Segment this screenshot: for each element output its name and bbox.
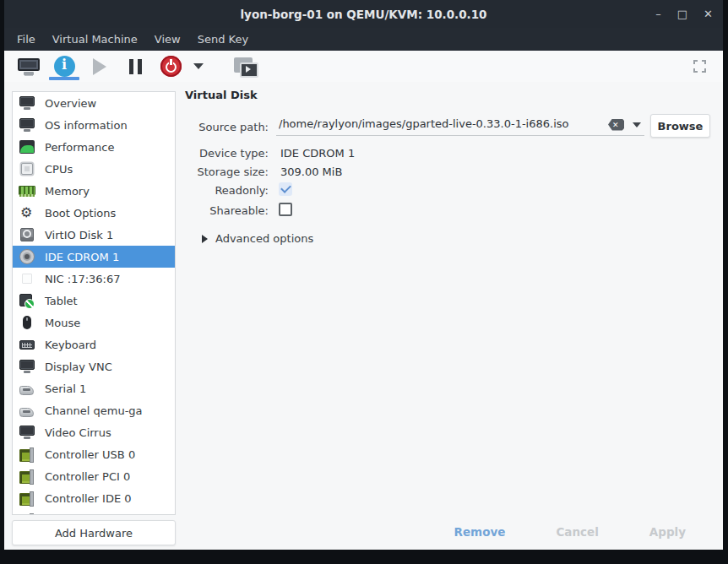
sidebar-item-label: Controller PCI 0 [45, 470, 130, 483]
shut-down-menu-button[interactable] [188, 51, 209, 82]
sidebar-item-label: Keyboard [45, 339, 96, 351]
mouse-icon [19, 314, 35, 331]
toolbar [4, 51, 723, 82]
pause-icon [128, 59, 143, 74]
sidebar-item-ide-cdrom-1[interactable]: IDE CDROM 1 [13, 246, 175, 268]
serial-icon [19, 402, 35, 419]
readonly-label: Readonly: [185, 184, 269, 197]
sidebar-item-item[interactable] [13, 509, 175, 515]
run-button[interactable] [82, 51, 117, 82]
cpu-icon [19, 160, 35, 177]
sidebar-item-serial-1[interactable]: Serial 1 [13, 377, 175, 399]
close-button[interactable]: ✕ [704, 8, 713, 19]
sidebar-item-video-cirrus[interactable]: Video Cirrus [13, 421, 175, 443]
monitor-icon [19, 117, 35, 133]
pause-button[interactable] [117, 51, 153, 82]
remove-button[interactable]: Remove [451, 523, 509, 540]
pci-card-icon [19, 468, 35, 485]
sidebar-item-label: Tablet [45, 295, 78, 307]
sidebar-item-label: CPUs [45, 163, 73, 176]
hardware-list: OverviewOS informationPerformanceCPUsMem… [12, 91, 176, 515]
sidebar-item-channel-qemu-ga[interactable]: Channel qemu-ga [13, 399, 175, 421]
caret-down-icon [193, 63, 204, 69]
menu-view[interactable]: View [149, 30, 186, 48]
shareable-checkbox[interactable] [279, 203, 292, 216]
monitor-icon [19, 424, 35, 441]
sidebar-item-label: Controller USB 0 [45, 448, 135, 461]
maximize-button[interactable]: □ [677, 8, 687, 19]
advanced-options-expander[interactable]: Advanced options [202, 232, 313, 245]
sidebar-item-overview[interactable]: Overview [13, 92, 175, 114]
vm-details-window: lyon-borg-01 on QEMU/KVM: 10.0.0.10 –□✕ … [4, 0, 723, 550]
sidebar-item-label: OS information [45, 119, 128, 132]
sidebar-item-label: Display VNC [45, 361, 112, 373]
sidebar-item-label: Video Cirrus [45, 426, 111, 439]
menubar: FileVirtual MachineViewSend Key [4, 28, 723, 51]
page-title: Virtual Disk [185, 89, 258, 101]
sidebar-item-controller-ide-0[interactable]: Controller IDE 0 [13, 487, 175, 509]
sidebar-item-controller-usb-0[interactable]: Controller USB 0 [13, 443, 175, 465]
sidebar-item-label: VirtIO Disk 1 [45, 229, 113, 241]
cancel-button[interactable]: Cancel [552, 523, 601, 540]
sidebar-item-performance[interactable]: Performance [13, 136, 175, 158]
sidebar-item-os-information[interactable]: OS information [13, 114, 175, 136]
sidebar-item-label: Memory [45, 185, 90, 198]
sidebar-item-keyboard[interactable]: Keyboard [13, 334, 175, 355]
dual-monitor-icon [233, 57, 257, 77]
sidebar-item-label: NIC :17:36:67 [45, 273, 121, 285]
show-details-button[interactable] [46, 51, 82, 82]
window-controls: –□✕ [655, 0, 713, 28]
monitor-icon [19, 358, 35, 375]
show-graphical-console-button[interactable] [11, 51, 46, 82]
menu-file[interactable]: File [12, 30, 41, 48]
shareable-label: Shareable: [185, 204, 269, 217]
readonly-checkbox [279, 182, 292, 196]
gear-icon [19, 204, 35, 221]
browse-button[interactable]: Browse [650, 114, 710, 138]
fullscreen-button[interactable] [687, 60, 711, 73]
sidebar-item-nic-17-36-67[interactable]: NIC :17:36:67 [13, 268, 175, 290]
menu-send-key[interactable]: Send Key [193, 30, 253, 48]
entry-dropdown-icon[interactable] [633, 122, 641, 127]
device-type-label: Device type: [185, 147, 269, 160]
sidebar-item-label: Mouse [45, 317, 80, 329]
monitor-tb-icon [17, 57, 41, 77]
monitor-icon [19, 95, 35, 111]
sidebar-item-memory[interactable]: Memory [13, 180, 175, 202]
source-path-input[interactable] [276, 117, 608, 132]
keyboard-icon [19, 336, 35, 353]
console-windows-button[interactable] [227, 51, 263, 82]
shut-down-button[interactable] [153, 51, 188, 82]
sidebar-item-label: IDE CDROM 1 [45, 251, 119, 263]
content-area: OverviewOS informationPerformanceCPUsMem… [4, 82, 723, 550]
sidebar-item-virtio-disk-1[interactable]: VirtIO Disk 1 [13, 224, 175, 246]
serial-icon [19, 380, 35, 397]
nic-icon [19, 270, 35, 287]
cdrom-icon [19, 248, 35, 265]
sidebar-item-cpus[interactable]: CPUs [13, 158, 175, 180]
sidebar-item-display-vnc[interactable]: Display VNC [13, 355, 175, 377]
apply-button[interactable]: Apply [646, 523, 689, 540]
sidebar-item-label: Serial 1 [45, 382, 86, 395]
fullscreen-icon [693, 60, 706, 73]
sidebar-item-controller-pci-0[interactable]: Controller PCI 0 [13, 465, 175, 487]
pci-card-icon [19, 446, 35, 463]
sidebar-item-label: Channel qemu-ga [45, 404, 143, 417]
titlebar: lyon-borg-01 on QEMU/KVM: 10.0.0.10 –□✕ [4, 0, 723, 28]
memory-icon [19, 182, 35, 199]
menu-virtual-machine[interactable]: Virtual Machine [47, 30, 143, 48]
performance-icon [19, 138, 35, 155]
sidebar-item-label: Performance [45, 141, 114, 154]
minimize-button[interactable]: – [655, 8, 661, 19]
play-icon [93, 58, 106, 75]
sidebar-item-tablet[interactable]: Tablet [13, 290, 175, 312]
source-path-label: Source path: [185, 121, 269, 133]
sidebar-item-boot-options[interactable]: Boot Options [13, 202, 175, 224]
clear-entry-icon[interactable] [608, 119, 624, 131]
add-hardware-button[interactable]: Add Hardware [12, 520, 176, 545]
add-hardware-label: Add Hardware [55, 527, 133, 540]
action-buttons: RemoveCancelApply [451, 523, 689, 540]
source-path-entry [276, 114, 644, 136]
pci-card-icon [19, 512, 35, 515]
sidebar-item-mouse[interactable]: Mouse [13, 312, 175, 334]
